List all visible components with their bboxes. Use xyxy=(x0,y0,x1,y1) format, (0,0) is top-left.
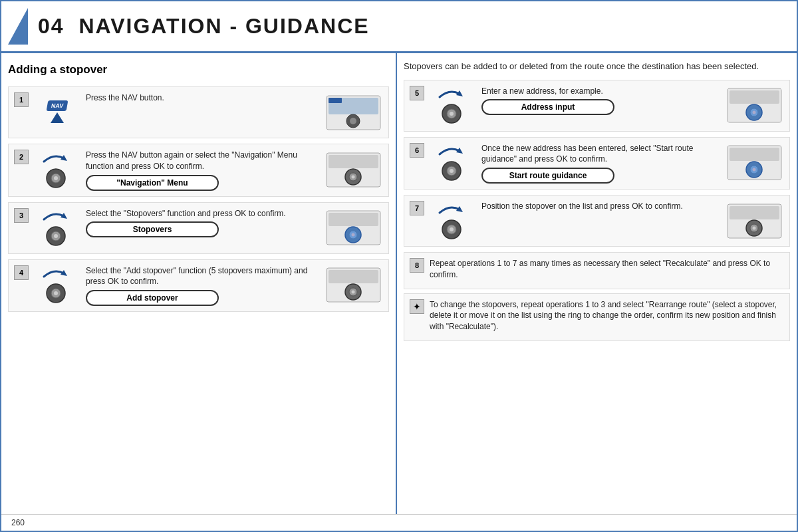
step-1-row: 1 NAV Press the NAV button. xyxy=(8,86,389,138)
step-7-image xyxy=(724,201,784,241)
gear-note-text: To change the stopovers, repeat operatio… xyxy=(430,299,784,332)
svg-rect-11 xyxy=(329,155,378,168)
nav-button-icon: NAV xyxy=(46,100,68,111)
step-3-number: 3 xyxy=(14,208,29,223)
page-header: 04 NAVIGATION - GUIDANCE xyxy=(1,1,797,53)
svg-rect-47 xyxy=(730,148,779,161)
step-6-button: Start route guidance xyxy=(481,168,614,184)
step-3-button: Stopovers xyxy=(86,221,219,237)
step-7-text: Position the stopover on the list and pr… xyxy=(481,201,719,212)
device-svg-6 xyxy=(726,144,783,181)
step-6-icon xyxy=(430,143,476,183)
step-8-number: 8 xyxy=(410,258,424,273)
svg-rect-20 xyxy=(329,213,378,226)
device-svg-7 xyxy=(726,203,783,239)
dial-arrow-svg-6 xyxy=(433,144,473,181)
step-8-content: Repeat operations 1 to 7 as many times a… xyxy=(430,258,784,283)
svg-rect-3 xyxy=(329,98,342,103)
step-4-text: Select the "Add stopover" function (5 st… xyxy=(86,265,318,288)
device-svg-4 xyxy=(325,267,382,303)
section-title: Adding a stopover xyxy=(8,60,389,80)
intro-text: Stopovers can be added to or deleted fro… xyxy=(404,60,790,73)
dial-arrow-svg-3 xyxy=(37,209,77,246)
gear-icon: ✦ xyxy=(410,299,424,314)
device-svg-2 xyxy=(325,152,382,188)
dial-arrow-svg-4 xyxy=(37,267,77,303)
left-panel: Adding a stopover 1 NAV Press the NAV bu… xyxy=(1,53,397,514)
step-1-icon: NAV xyxy=(34,92,80,132)
step-7-content: Position the stopover on the list and pr… xyxy=(481,201,719,215)
step-3-icon xyxy=(34,208,80,248)
step-5-number: 5 xyxy=(410,86,424,100)
step-7-number: 7 xyxy=(410,201,424,215)
dial-arrow-svg-2 xyxy=(37,152,77,188)
step-6-row: 6 Once the new address has been entered,… xyxy=(404,137,790,190)
step-2-text: Press the NAV button again or select the… xyxy=(86,150,318,172)
step-5-button: Address input xyxy=(481,99,614,115)
step-8-text: Repeat operations 1 to 7 as many times a… xyxy=(430,258,784,281)
step-2-content: Press the NAV button again or select the… xyxy=(86,150,318,191)
svg-point-9 xyxy=(54,176,58,180)
step-1-content: Press the NAV button. xyxy=(86,92,318,106)
step-1-number: 1 xyxy=(14,92,29,107)
step-1-text: Press the NAV button. xyxy=(86,92,318,104)
step-5-row: 5 Enter a new address, for example. Addr… xyxy=(404,80,790,132)
svg-point-18 xyxy=(54,234,58,238)
chapter-title: NAVIGATION - GUIDANCE xyxy=(78,14,369,38)
device-svg-5 xyxy=(726,87,783,124)
step-4-number: 4 xyxy=(14,265,29,280)
svg-point-45 xyxy=(450,169,454,173)
step-7-row: 7 Position the stopover on the list and … xyxy=(404,195,790,247)
step-5-content: Enter a new address, for example. Addres… xyxy=(481,86,719,116)
svg-marker-0 xyxy=(51,112,64,123)
svg-point-36 xyxy=(450,112,454,116)
svg-point-54 xyxy=(450,227,454,231)
up-arrow-icon xyxy=(47,111,67,124)
step-1-image xyxy=(323,92,383,132)
chapter-number: 04 xyxy=(38,14,65,38)
step-6-number: 6 xyxy=(410,143,424,158)
svg-point-23 xyxy=(351,233,354,237)
svg-point-32 xyxy=(351,291,354,294)
device-svg-3 xyxy=(325,209,382,246)
step-4-content: Select the "Add stopover" function (5 st… xyxy=(86,265,318,307)
svg-rect-56 xyxy=(730,206,779,219)
header-accent-shape xyxy=(8,8,28,45)
step-2-icon xyxy=(34,150,80,190)
step-4-button: Add stopover xyxy=(86,290,219,306)
page-footer: 260 xyxy=(1,514,797,531)
step-3-text: Select the "Stopovers" function and pres… xyxy=(86,208,318,219)
step-6-content: Once the new address has been entered, s… xyxy=(481,143,719,184)
step-8-row: 8 Repeat operations 1 to 7 as many times… xyxy=(404,252,790,289)
gear-note-content: To change the stopovers, repeat operatio… xyxy=(430,299,784,335)
right-panel: Stopovers can be added to or deleted fro… xyxy=(397,53,797,514)
step-3-content: Select the "Stopovers" function and pres… xyxy=(86,208,318,238)
svg-rect-29 xyxy=(329,270,378,283)
svg-point-59 xyxy=(752,226,755,229)
dial-arrow-svg-5 xyxy=(433,87,473,124)
gear-note-row: ✦ To change the stopovers, repeat operat… xyxy=(404,293,790,341)
svg-point-41 xyxy=(752,111,755,114)
step-2-image xyxy=(323,150,383,190)
device-svg-1 xyxy=(325,94,382,131)
svg-point-27 xyxy=(54,291,58,295)
step-2-number: 2 xyxy=(14,150,29,164)
step-5-icon xyxy=(430,86,476,126)
page-number: 260 xyxy=(11,518,25,527)
svg-point-50 xyxy=(752,168,755,172)
step-6-text: Once the new address has been entered, s… xyxy=(481,143,719,166)
step-2-row: 2 Press the NAV button again or select t… xyxy=(8,144,389,197)
step-2-button: "Navigation" Menu xyxy=(86,175,219,191)
step-5-image xyxy=(724,86,784,126)
svg-rect-38 xyxy=(730,90,779,104)
step-6-image xyxy=(724,143,784,183)
step-7-icon xyxy=(430,201,476,241)
svg-point-5 xyxy=(350,118,356,124)
step-5-text: Enter a new address, for example. xyxy=(481,86,719,97)
step-3-row: 3 Select the "Stopovers" function and pr… xyxy=(8,202,389,254)
step-3-image xyxy=(323,208,383,248)
page-title: 04 NAVIGATION - GUIDANCE xyxy=(38,14,370,39)
svg-point-14 xyxy=(351,175,354,178)
step-4-icon xyxy=(34,265,80,305)
content-area: Adding a stopover 1 NAV Press the NAV bu… xyxy=(1,53,797,514)
